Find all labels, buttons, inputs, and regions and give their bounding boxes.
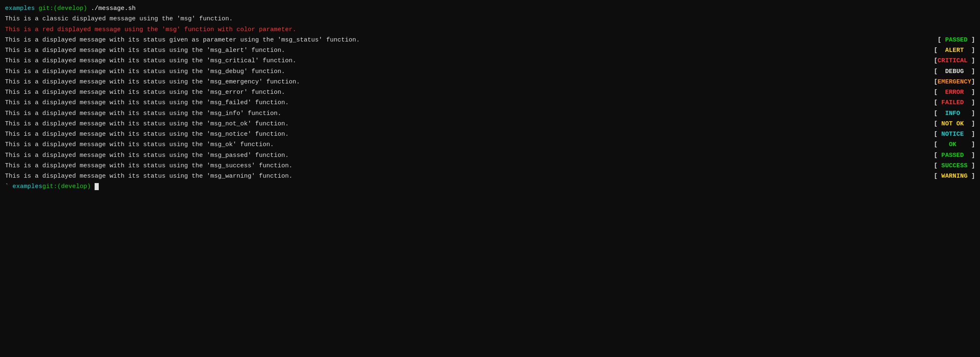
status-line-3: This is a displayed message with its sta… [5, 66, 975, 77]
status-badge: [ DEBUG ] [934, 67, 975, 76]
status-badge: [EMERGENCY] [934, 77, 975, 87]
prompt-git-2: git:(develop) [42, 182, 91, 191]
status-badge: [ NOT OK ] [934, 119, 975, 129]
prompt-line-2: ` examples git:(develop) [5, 181, 975, 192]
status-line-6: This is a displayed message with its sta… [5, 98, 975, 108]
status-line-11: This is a displayed message with its sta… [5, 150, 975, 161]
msg-text: This is a displayed message with its sta… [5, 151, 289, 160]
msg-text: This is a displayed message with its sta… [5, 161, 293, 171]
status-line-9: This is a displayed message with its sta… [5, 129, 975, 139]
status-badge: [ SUCCESS ] [934, 161, 975, 171]
status-badge: [ FAILED ] [934, 98, 975, 108]
msg-text: This is a displayed message with its sta… [5, 88, 285, 97]
prompt-git-1: git:(develop) [39, 5, 87, 12]
prompt-text-1: examples git:(develop) ./message.sh [5, 4, 136, 13]
msg-text: This is a displayed message with its sta… [5, 171, 293, 181]
status-badge: [ INFO ] [934, 109, 975, 118]
status-badge: [ WARNING ] [934, 171, 975, 181]
status-badge: [CRITICAL ] [934, 56, 975, 66]
msg-text: This is a displayed message with its sta… [5, 46, 285, 55]
prompt-examples-2: examples [12, 182, 42, 191]
status-line-7: This is a displayed message with its sta… [5, 108, 975, 119]
msg-text: This is a displayed message with its sta… [5, 130, 289, 139]
line-red: This is a red displayed message using th… [5, 24, 975, 35]
status-line-12: This is a displayed message with its sta… [5, 161, 975, 171]
classic-message-text: This is a classic displayed message usin… [5, 14, 233, 24]
prompt-examples-1: examples [5, 5, 39, 12]
terminal-cursor [95, 183, 99, 190]
red-message-text: This is a red displayed message using th… [5, 25, 296, 34]
status-line-0: This is a displayed message with its sta… [5, 35, 975, 45]
msg-text: This is a displayed message with its sta… [5, 119, 289, 129]
msg-text: This is a displayed message with its sta… [5, 98, 289, 108]
status-line-1: This is a displayed message with its sta… [5, 45, 975, 56]
prompt-cmd-1: ./message.sh [87, 5, 136, 12]
msg-text: This is a displayed message with its sta… [5, 109, 281, 118]
status-badge: [ ERROR ] [934, 88, 975, 97]
status-line-5: This is a displayed message with its sta… [5, 87, 975, 98]
status-line-10: This is a displayed message with its sta… [5, 139, 975, 150]
msg-text: This is a displayed message with its sta… [5, 77, 300, 87]
prompt-backtick-2: ` [5, 182, 9, 191]
line-classic: This is a classic displayed message usin… [5, 14, 975, 24]
msg-text: This is a displayed message with its sta… [5, 56, 296, 66]
status-badge: [ PASSED ] [938, 35, 975, 45]
status-badge: [ NOTICE ] [934, 130, 975, 139]
status-line-13: This is a displayed message with its sta… [5, 171, 975, 181]
msg-text: This is a displayed message with its sta… [5, 140, 274, 149]
msg-text: This is a displayed message with its sta… [5, 67, 285, 76]
status-lines-container: This is a displayed message with its sta… [5, 35, 975, 182]
status-line-2: This is a displayed message with its sta… [5, 56, 975, 66]
status-badge: [ PASSED ] [934, 151, 975, 160]
status-line-8: This is a displayed message with its sta… [5, 119, 975, 129]
status-badge: [ OK ] [934, 140, 975, 149]
prompt-line-1: examples git:(develop) ./message.sh [5, 3, 975, 14]
status-line-4: This is a displayed message with its sta… [5, 77, 975, 87]
status-badge: [ ALERT ] [934, 46, 975, 55]
msg-text: This is a displayed message with its sta… [5, 35, 360, 45]
